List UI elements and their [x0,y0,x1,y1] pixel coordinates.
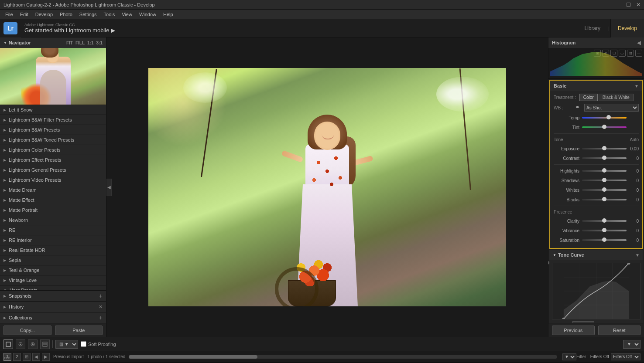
preset-group-newborn-header[interactable]: ▶ Newborn [0,215,106,225]
filmstrip-prev-button[interactable]: ◀ [32,353,40,361]
crop-tool-button[interactable] [3,339,13,349]
wb-select[interactable]: As Shot Auto Daylight Cloudy Custom [584,104,639,112]
temp-thumb[interactable] [606,115,611,119]
paste-button[interactable]: Paste [55,326,103,335]
menu-edit[interactable]: Edit [17,11,32,18]
tab-develop[interactable]: Develop [610,19,644,37]
nav-ratio1[interactable]: 1:1 [87,41,93,45]
nav-fill[interactable]: FILL [75,41,85,45]
history-close-button[interactable]: ✕ [99,304,103,310]
preset-group-reinterior-header[interactable]: ▶ RE Interior [0,235,106,245]
histogram-collapse-button[interactable]: ◀ [637,40,641,46]
contrast-slider[interactable] [582,157,627,159]
page-2-button[interactable]: 2 [13,353,21,361]
shadows-slider[interactable] [582,180,627,181]
clarity-slider[interactable] [582,220,627,222]
histogram-header[interactable]: Histogram ◀ [548,37,644,48]
snapshots-header[interactable]: ▶ Snapshots + [0,291,106,301]
auto-button[interactable]: Auto [630,137,639,142]
contrast-thumb[interactable] [602,156,606,160]
history-header[interactable]: ▶ History ✕ [0,302,106,312]
highlights-slider[interactable] [582,170,627,172]
reset-button[interactable]: Reset [598,326,641,335]
toolbar-right-dropdown[interactable]: ▼ [623,340,641,349]
nav-ratio2[interactable]: 3:1 [96,41,103,45]
exposure-thumb[interactable] [602,146,606,150]
preset-group-letitsnow-header[interactable]: ▶ Let it Snow [0,105,106,115]
preset-group-vintagelove-header[interactable]: ▶ Vintage Love [0,275,106,285]
preset-group-bwpresets-header[interactable]: ▶ Lightroom B&W Presets [0,125,106,135]
temp-slider[interactable] [582,117,627,119]
filter-value-dropdown[interactable]: Filters Off Flagged Unflagged [611,353,641,360]
preset-group-matteeffect-header[interactable]: ▶ Matte Effect [0,195,106,205]
preset-group-tealorange-header[interactable]: ▶ Teal & Orange [0,265,106,275]
redeye-tool-button[interactable] [28,339,38,349]
filmstrip-next-button[interactable]: ▶ [42,353,50,361]
left-panel-collapse-arrow[interactable]: ◀ [106,179,112,196]
contrast-value[interactable]: 0 [627,156,639,161]
preset-group-lrgeneral-header[interactable]: ▶ Lightroom General Presets [0,165,106,175]
menu-window[interactable]: Window [136,11,160,18]
tint-thumb[interactable] [602,125,606,129]
exposure-slider[interactable] [582,148,627,149]
preset-group-matteportrait-header[interactable]: ▶ Matte Portrait [0,205,106,215]
blacks-thumb[interactable] [602,197,606,201]
filmstrip-dots[interactable]: ••• [3,354,10,361]
saturation-thumb[interactable] [602,237,606,242]
heal-tool-button[interactable] [16,339,25,349]
toolbar-dropdown[interactable]: ▨ ▼ [55,340,78,349]
exposure-value[interactable]: 0.00 [627,146,639,151]
vibrance-thumb[interactable] [602,228,606,232]
menu-view[interactable]: View [118,11,136,18]
navigator-header[interactable]: ▼ Navigator FIT FILL 1:1 3:1 [0,37,106,48]
previous-button[interactable]: Previous [552,326,595,335]
preset-group-sepia-header[interactable]: ▶ Sepia [0,255,106,265]
color-button[interactable]: Color [579,94,598,101]
clarity-value[interactable]: 0 [627,219,639,224]
menu-file[interactable]: File [2,11,17,18]
collections-add-button[interactable]: + [99,314,103,321]
preset-group-lrvideo-header[interactable]: ▶ Lightroom Video Presets [0,175,106,185]
minimize-btn[interactable]: — [616,2,621,8]
shadows-thumb[interactable] [602,178,606,182]
collections-header[interactable]: ▶ Collections + [0,312,106,323]
preset-group-userpresets-header[interactable]: ▼ User Presets [0,285,106,290]
vibrance-value[interactable]: 0 [627,228,639,233]
blacks-value[interactable]: 0 [627,197,639,202]
preset-group-lreffect-header[interactable]: ▶ Lightroom Effect Presets [0,155,106,165]
blacks-slider[interactable] [582,199,627,200]
highlights-value[interactable]: 0 [627,169,639,173]
highlights-thumb[interactable] [602,168,606,173]
saturation-slider[interactable] [582,239,627,241]
menu-develop[interactable]: Develop [32,11,56,18]
shadows-value[interactable]: 0 [627,178,639,183]
whites-value[interactable]: 0 [627,188,639,193]
vibrance-slider[interactable] [582,230,627,231]
snapshots-add-button[interactable]: + [99,292,103,299]
whites-thumb[interactable] [602,187,606,192]
preset-group-rehdr-header[interactable]: ▶ Real Estate HDR [0,245,106,255]
tab-library[interactable]: Library [577,19,607,37]
tint-slider[interactable] [582,126,627,128]
eyedropper-icon[interactable]: ✒ [575,104,582,111]
menu-tools[interactable]: Tools [100,11,119,18]
whites-slider[interactable] [582,189,627,191]
filter-tool-button[interactable] [40,339,50,349]
nav-fit[interactable]: FIT [66,41,73,45]
preset-group-bwtoned-header[interactable]: ▶ Lightroom B&W Toned Presets [0,135,106,145]
copy-button[interactable]: Copy... [3,326,51,335]
preset-group-lrcolor-header[interactable]: ▶ Lightroom Color Presets [0,145,106,155]
menu-settings[interactable]: Settings [76,11,100,18]
menu-photo[interactable]: Photo [56,11,76,18]
tone-curve-header[interactable]: ▼ Tone Curve ▼ [549,250,643,260]
soft-proofing-checkbox[interactable] [81,341,86,347]
menu-help[interactable]: Help [160,11,177,18]
clarity-thumb[interactable] [602,218,606,223]
bw-button[interactable]: Black & White [599,94,634,101]
preset-group-mattedream-header[interactable]: ▶ Matte Dream [0,185,106,195]
basic-header[interactable]: Basic ▼ [550,81,642,91]
close-btn[interactable]: ✕ [636,2,641,8]
saturation-value[interactable]: 0 [627,238,639,243]
preset-group-re-header[interactable]: ▶ RE [0,225,106,235]
tone-curve-graph[interactable] [552,263,641,319]
